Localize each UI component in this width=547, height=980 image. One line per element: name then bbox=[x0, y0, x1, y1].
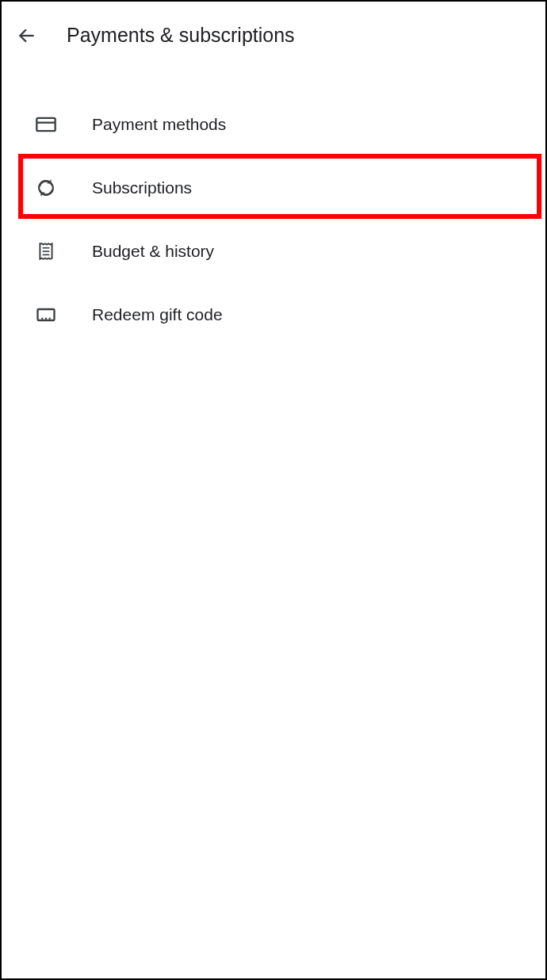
receipt-icon bbox=[35, 240, 57, 262]
svg-point-8 bbox=[45, 318, 47, 320]
gift-code-icon bbox=[35, 304, 57, 326]
menu-item-subscriptions[interactable]: Subscriptions bbox=[2, 156, 545, 220]
menu-item-budget-history[interactable]: Budget & history bbox=[2, 220, 545, 283]
menu-item-label: Payment methods bbox=[92, 115, 226, 134]
refresh-icon bbox=[35, 177, 57, 199]
svg-point-7 bbox=[41, 318, 43, 320]
back-button[interactable] bbox=[16, 25, 38, 47]
header: Payments & subscriptions bbox=[2, 2, 545, 69]
menu-item-payment-methods[interactable]: Payment methods bbox=[2, 93, 545, 156]
svg-rect-1 bbox=[36, 118, 55, 131]
menu-list: Payment methods Subscriptions Budget & h bbox=[2, 69, 545, 346]
page-title: Payments & subscriptions bbox=[67, 24, 295, 47]
menu-item-redeem-gift-code[interactable]: Redeem gift code bbox=[2, 283, 545, 346]
menu-item-label: Subscriptions bbox=[92, 178, 192, 197]
credit-card-icon bbox=[35, 113, 57, 136]
arrow-back-icon bbox=[17, 25, 37, 46]
menu-item-label: Budget & history bbox=[92, 242, 214, 261]
svg-point-9 bbox=[49, 318, 51, 320]
menu-item-label: Redeem gift code bbox=[92, 305, 223, 324]
